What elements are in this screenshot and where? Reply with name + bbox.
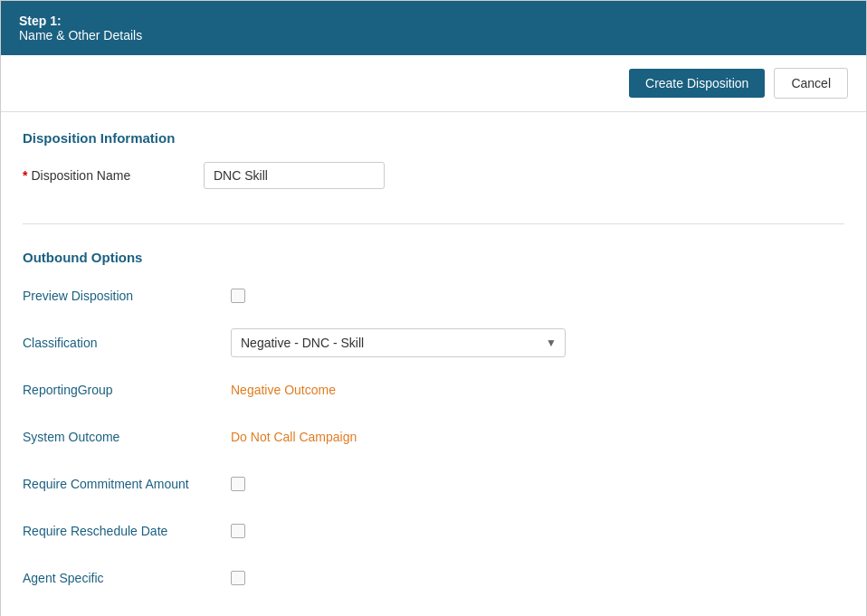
require-commitment-checkbox[interactable]	[231, 477, 245, 491]
agent-specific-checkbox[interactable]	[231, 571, 245, 585]
classification-label: Classification	[23, 336, 231, 350]
system-outcome-value: Do Not Call Campaign	[231, 430, 357, 444]
classification-select[interactable]: Negative - DNC - Skill Positive Neutral …	[231, 328, 566, 357]
agent-specific-label: Agent Specific	[23, 571, 231, 585]
classification-row: Classification Negative - DNC - Skill Po…	[23, 328, 844, 357]
preview-disposition-label: Preview Disposition	[23, 289, 231, 303]
classification-select-wrapper: Negative - DNC - Skill Positive Neutral …	[231, 328, 566, 357]
outbound-options-title: Outbound Options	[23, 250, 844, 265]
page-wrapper: Step 1: Name & Other Details Create Disp…	[0, 0, 867, 616]
disposition-name-label: * Disposition Name	[23, 168, 204, 183]
require-reschedule-row: Require Reschedule Date	[23, 516, 844, 545]
cancel-button[interactable]: Cancel	[774, 68, 848, 99]
disposition-info-title: Disposition Information	[23, 130, 844, 146]
preview-disposition-row: Preview Disposition	[23, 281, 844, 310]
page-header: Step 1: Name & Other Details	[1, 1, 866, 55]
require-commitment-row: Require Commitment Amount	[23, 469, 844, 498]
create-disposition-button[interactable]: Create Disposition	[629, 69, 765, 98]
reporting-group-label: ReportingGroup	[23, 383, 231, 397]
system-outcome-row: System Outcome Do Not Call Campaign	[23, 422, 844, 451]
step-subtitle: Name & Other Details	[19, 28, 848, 43]
reporting-group-row: ReportingGroup Negative Outcome	[23, 375, 844, 404]
agent-specific-row: Agent Specific	[23, 564, 844, 592]
disposition-info-section: Disposition Information * Disposition Na…	[23, 130, 844, 224]
toolbar: Create Disposition Cancel	[1, 55, 866, 112]
require-commitment-label: Require Commitment Amount	[23, 477, 231, 491]
required-indicator: *	[23, 168, 27, 183]
require-reschedule-checkbox[interactable]	[231, 524, 245, 538]
outbound-options-section: Outbound Options Preview Disposition Cla…	[23, 246, 844, 592]
preview-disposition-checkbox[interactable]	[231, 289, 245, 303]
disposition-name-row: * Disposition Name	[23, 162, 844, 189]
step-label: Step 1:	[19, 14, 848, 28]
disposition-name-input[interactable]	[204, 162, 385, 189]
system-outcome-label: System Outcome	[23, 430, 231, 444]
main-content: Disposition Information * Disposition Na…	[1, 112, 866, 616]
require-reschedule-label: Require Reschedule Date	[23, 524, 231, 538]
reporting-group-value: Negative Outcome	[231, 383, 336, 397]
